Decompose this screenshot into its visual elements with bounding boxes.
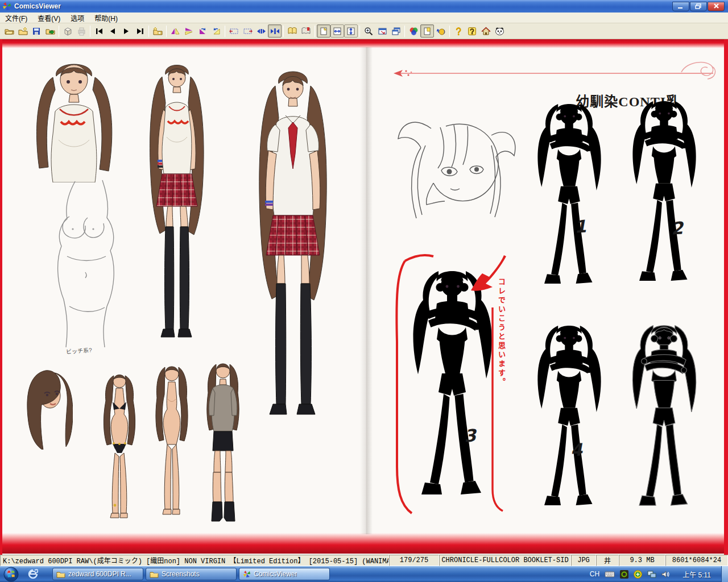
minimize-button[interactable]	[672, 2, 689, 11]
minimize-icon	[677, 4, 684, 9]
start-button[interactable]	[0, 566, 22, 582]
view-fit-width-button[interactable]	[330, 24, 344, 38]
open-archive-button[interactable]	[2, 24, 16, 38]
split-pages-button[interactable]	[268, 24, 282, 38]
zoom-in-button[interactable]	[362, 24, 375, 38]
status-dimensions: 8601*6084*24	[665, 555, 728, 566]
menu-options[interactable]: 选项	[65, 12, 89, 24]
menu-bar: 文件(F) 查看(V) 选项 帮助(H)	[0, 13, 728, 23]
task-label: zedward 600DPI R...	[68, 570, 131, 578]
menu-help[interactable]: 帮助(H)	[89, 12, 123, 24]
show-desktop-button[interactable]	[721, 566, 728, 582]
tray-language-indicator[interactable]: CH	[590, 570, 599, 578]
artwork-uniform-figure	[240, 63, 346, 424]
print-button[interactable]	[75, 24, 88, 38]
new-image-button[interactable]	[151, 24, 164, 38]
next-page-button[interactable]	[119, 24, 133, 38]
edit-book-button[interactable]	[299, 24, 313, 38]
artwork-grey-top-figure	[199, 359, 247, 526]
last-page-button[interactable]	[133, 24, 147, 38]
view-single-page-button[interactable]	[317, 24, 330, 38]
quick-launch-ie[interactable]	[22, 569, 44, 579]
artwork-variant-4	[528, 316, 610, 522]
export-folder-icon	[46, 27, 55, 36]
page-view[interactable]: ビッチ系?	[0, 39, 728, 555]
trim-right-margin-button[interactable]	[241, 24, 254, 38]
new-image-icon	[153, 27, 163, 36]
safety-tray-icon[interactable]	[634, 570, 642, 579]
cascade-windows-button[interactable]	[389, 24, 403, 38]
rotate-left-button[interactable]	[196, 24, 209, 38]
artwork-variant-1	[528, 94, 610, 300]
status-archive-flag: 井	[596, 555, 619, 566]
rotate-right-button[interactable]	[209, 24, 223, 38]
trim-left-margin-button[interactable]	[227, 24, 241, 38]
status-image-name: CHRONICLE-FULLCOLOR BOOKLET-SID	[439, 555, 571, 566]
artwork-nude-torso-sketch	[35, 177, 135, 356]
last-page-icon	[136, 27, 144, 35]
volume-tray-icon[interactable]	[661, 571, 669, 578]
folder-icon	[56, 570, 65, 578]
fit-height-icon	[346, 27, 355, 36]
app-icon	[2, 2, 11, 11]
status-file-path: K:\zedward 600DPI RAW\(成年コミック) [織田non] N…	[0, 555, 389, 566]
cascade-windows-icon	[391, 27, 401, 35]
new-folder-button[interactable]	[16, 24, 30, 38]
about-button[interactable]	[493, 24, 506, 38]
view-fit-height-button[interactable]	[344, 24, 358, 38]
tray-clock: 上午 5:11	[682, 569, 711, 579]
artwork-nude-figure	[148, 361, 196, 526]
pointer-settings-button[interactable]	[434, 24, 448, 38]
keyboard-icon[interactable]	[605, 571, 615, 577]
help-button[interactable]	[452, 24, 465, 38]
edit-book-icon	[301, 27, 311, 35]
task-zedward-folder[interactable]: zedward 600DPI R...	[52, 568, 143, 580]
restore-button[interactable]	[690, 2, 707, 11]
folder-icon	[150, 570, 159, 578]
menu-file[interactable]: 文件(F)	[0, 12, 32, 24]
close-button[interactable]	[708, 2, 725, 11]
context-help-icon	[468, 27, 477, 36]
open-book-icon	[287, 27, 297, 35]
stretch-width-button[interactable]	[254, 24, 268, 38]
red-annotation-text: コレでいこうと思います。	[496, 278, 507, 400]
task-comicsviewer[interactable]: ComicsViewer	[239, 568, 330, 580]
page-mode-button[interactable]	[420, 24, 434, 38]
package-extract-button[interactable]	[61, 24, 75, 38]
header-ornament	[391, 56, 721, 80]
title-bar: ComicsViewer	[0, 0, 728, 13]
trim-right-icon	[243, 27, 253, 35]
open-book-button[interactable]	[286, 24, 299, 38]
artwork-tank-skirt-figure	[138, 57, 215, 353]
fit-window-button[interactable]	[375, 24, 389, 38]
page-fold	[360, 47, 373, 534]
task-screenshots-folder[interactable]: Screenshots	[146, 568, 237, 580]
export-folder-button[interactable]	[43, 24, 57, 38]
artwork-bust-portrait	[20, 55, 130, 182]
print-icon	[77, 27, 86, 36]
color-rgb-icon	[409, 27, 418, 36]
status-page-indicator: 179/275	[389, 555, 439, 566]
previous-page-button[interactable]	[106, 24, 119, 38]
flip-horizontal-button[interactable]	[168, 24, 182, 38]
open-folder-icon	[5, 27, 14, 36]
task-label: ComicsViewer	[254, 570, 297, 578]
status-format: JPG	[571, 555, 596, 566]
network-tray-icon[interactable]	[647, 571, 656, 578]
save-button[interactable]	[30, 24, 43, 38]
variant-number-4: 4	[570, 439, 583, 460]
package-icon	[63, 27, 73, 36]
nvidia-tray-icon[interactable]	[620, 570, 628, 579]
status-file-size: 9.3 MB	[619, 555, 665, 566]
color-adjust-button[interactable]	[407, 24, 420, 38]
page-border-right	[724, 39, 728, 555]
flip-vertical-button[interactable]	[182, 24, 196, 38]
close-icon	[713, 3, 719, 9]
variant-number-3: 3	[464, 425, 477, 446]
context-help-button[interactable]	[465, 24, 479, 38]
home-button[interactable]	[479, 24, 493, 38]
stretch-width-icon	[257, 27, 266, 35]
flip-vertical-icon	[184, 27, 193, 35]
first-page-button[interactable]	[92, 24, 106, 38]
menu-view[interactable]: 查看(V)	[32, 12, 65, 24]
